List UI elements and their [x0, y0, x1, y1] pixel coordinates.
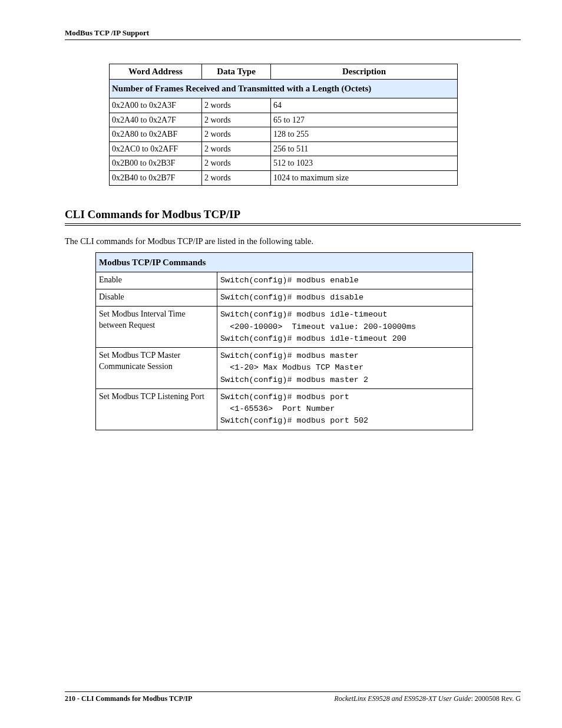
cell-desc: 512 to 1023	[271, 156, 458, 171]
table-row: Enable Switch(config)# modbus enable	[96, 272, 473, 289]
cell-desc: 64	[271, 98, 458, 113]
table-row: 0x2A00 to 0x2A3F 2 words 64	[110, 98, 458, 113]
cell-address: 0x2B40 to 0x2B7F	[110, 170, 202, 185]
table-row: Set Modbus Interval Time between Request…	[96, 307, 473, 348]
command-name: Set Modbus Interval Time between Request	[96, 307, 217, 348]
code-block: Switch(config)# modbus disable	[220, 292, 470, 304]
document-page: ModBus TCP /IP Support Word Address Data…	[0, 0, 562, 728]
cell-address: 0x2B00 to 0x2B3F	[110, 156, 202, 171]
column-header-description: Description	[271, 64, 458, 80]
table-header-row: Word Address Data Type Description	[110, 64, 458, 80]
cell-address: 0x2A00 to 0x2A3F	[110, 98, 202, 113]
footer-guide-title: RocketLinx ES9528 and ES9528-XT User Gui…	[334, 694, 471, 703]
table-subheader-row: Number of Frames Received and Transmitte…	[110, 80, 458, 98]
cell-type: 2 words	[202, 170, 271, 185]
cli-commands-table: Modbus TCP/IP Commands Enable Switch(con…	[95, 252, 473, 430]
command-name: Enable	[96, 272, 217, 289]
footer-revision: : 2000508 Rev. G	[471, 694, 521, 703]
table-row: 0x2A80 to 0x2ABF 2 words 128 to 255	[110, 127, 458, 142]
footer-section-title: CLI Commands for Modbus TCP/IP	[81, 694, 192, 703]
table-row: 0x2AC0 to 0x2AFF 2 words 256 to 511	[110, 141, 458, 156]
intro-paragraph: The CLI commands for Modbus TCP/IP are l…	[65, 236, 521, 246]
cell-address: 0x2AC0 to 0x2AFF	[110, 141, 202, 156]
cell-desc: 65 to 127	[271, 113, 458, 127]
cell-address: 0x2A40 to 0x2A7F	[110, 113, 202, 127]
cell-type: 2 words	[202, 141, 271, 156]
command-syntax: Switch(config)# modbus port <1-65536> Po…	[217, 388, 473, 430]
command-syntax: Switch(config)# modbus master <1-20> Max…	[217, 348, 473, 389]
footer-left: 210 - CLI Commands for Modbus TCP/IP	[65, 694, 192, 703]
table-header-row: Modbus TCP/IP Commands	[96, 252, 473, 272]
footer-right: RocketLinx ES9528 and ES9528-XT User Gui…	[334, 694, 521, 703]
table-row: Set Modbus TCP Listening Port Switch(con…	[96, 388, 473, 430]
cell-desc: 128 to 255	[271, 127, 458, 142]
command-name: Set Modbus TCP Master Communicate Sessio…	[96, 348, 217, 389]
table2-header: Modbus TCP/IP Commands	[96, 252, 473, 272]
section-rule	[65, 223, 521, 226]
cell-type: 2 words	[202, 156, 271, 171]
cell-type: 2 words	[202, 113, 271, 127]
table-row: Disable Switch(config)# modbus disable	[96, 289, 473, 307]
column-header-address: Word Address	[110, 64, 202, 80]
command-syntax: Switch(config)# modbus idle-timeout <200…	[217, 307, 473, 348]
cell-address: 0x2A80 to 0x2ABF	[110, 127, 202, 142]
cell-type: 2 words	[202, 127, 271, 142]
code-block: Switch(config)# modbus enable	[220, 275, 470, 286]
table-row: 0x2B00 to 0x2B3F 2 words 512 to 1023	[110, 156, 458, 171]
command-name: Set Modbus TCP Listening Port	[96, 388, 217, 430]
word-address-table: Word Address Data Type Description Numbe…	[109, 64, 458, 186]
code-block: Switch(config)# modbus master <1-20> Max…	[220, 350, 470, 386]
cell-desc: 1024 to maximum size	[271, 170, 458, 185]
cell-desc: 256 to 511	[271, 141, 458, 156]
code-block: Switch(config)# modbus idle-timeout <200…	[220, 309, 470, 345]
table-row: 0x2B40 to 0x2B7F 2 words 1024 to maximum…	[110, 170, 458, 185]
cell-type: 2 words	[202, 98, 271, 113]
page-footer: 210 - CLI Commands for Modbus TCP/IP Roc…	[65, 691, 521, 703]
code-block: Switch(config)# modbus port <1-65536> Po…	[220, 391, 470, 427]
column-header-datatype: Data Type	[202, 64, 271, 80]
table-row: 0x2A40 to 0x2A7F 2 words 65 to 127	[110, 113, 458, 127]
table-row: Set Modbus TCP Master Communicate Sessio…	[96, 348, 473, 389]
command-syntax: Switch(config)# modbus enable	[217, 272, 473, 289]
command-name: Disable	[96, 289, 217, 307]
page-number: 210	[65, 694, 75, 703]
section-heading: CLI Commands for Modbus TCP/IP	[65, 208, 521, 221]
command-syntax: Switch(config)# modbus disable	[217, 289, 473, 307]
table-subheader: Number of Frames Received and Transmitte…	[110, 80, 458, 98]
page-header: ModBus TCP /IP Support	[65, 28, 521, 40]
